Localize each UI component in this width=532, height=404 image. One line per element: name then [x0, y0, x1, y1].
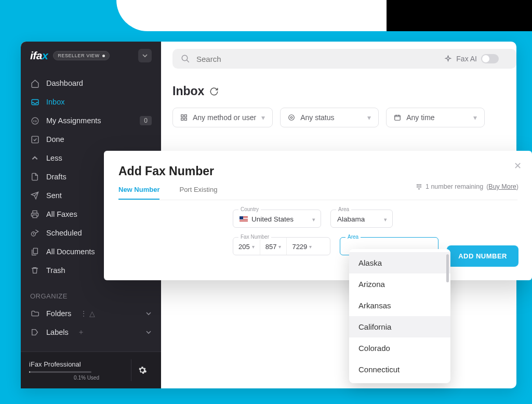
- plus-icon[interactable]: ＋: [77, 328, 85, 337]
- chevron-down-icon: ▾: [473, 113, 477, 122]
- sidebar-item-dashboard[interactable]: Dashboard: [21, 74, 161, 93]
- svg-rect-3: [32, 136, 38, 143]
- chevron-down-icon: [145, 310, 152, 317]
- svg-point-21: [419, 188, 420, 189]
- add-fax-modal: ✕ Add Fax Number 1 number remaining (Buy…: [104, 151, 532, 280]
- page-title: Inbox: [172, 84, 516, 98]
- usage-bar: [29, 371, 91, 373]
- plan-info: iFax Professional 0.1% Used: [29, 360, 131, 381]
- area-option[interactable]: Arizona: [349, 273, 450, 295]
- us-flag-icon: [240, 216, 248, 222]
- filter-status[interactable]: Any status ▾: [280, 108, 379, 127]
- svg-rect-8: [181, 115, 183, 117]
- area-select[interactable]: Area Alabama ▾: [330, 210, 393, 228]
- tab-port-existing[interactable]: Port Existing: [179, 186, 217, 200]
- area-option[interactable]: Connecticut: [349, 359, 450, 380]
- buy-more-link[interactable]: Buy More: [488, 183, 516, 190]
- sidebar-item-label: All Documents: [46, 247, 95, 256]
- count-badge: 0: [140, 116, 152, 125]
- svg-point-17: [420, 184, 421, 185]
- chevron-down-icon: ▾: [312, 216, 315, 223]
- filter-label: Any method or user: [193, 113, 256, 122]
- svg-point-15: [417, 184, 418, 185]
- svg-rect-9: [184, 115, 187, 117]
- chevron-down-icon: ▾: [261, 113, 265, 122]
- fax-ai-toggle[interactable]: Fax AI: [444, 54, 508, 63]
- filter-row: Any method or user ▾ Any status ▾ Any ti…: [172, 108, 516, 127]
- reseller-badge[interactable]: RESELLER VIEW: [53, 51, 109, 60]
- sidebar-item-label: All Faxes: [46, 210, 77, 218]
- fax-seg-3[interactable]: 7229▾: [287, 238, 317, 255]
- settings-button[interactable]: [131, 359, 153, 381]
- sidebar-header: ifax RESELLER VIEW: [21, 42, 161, 70]
- sidebar-item-done[interactable]: Done: [21, 130, 161, 149]
- tab-new-number[interactable]: New Number: [118, 186, 159, 200]
- sidebar-item-label: Trash: [46, 266, 65, 275]
- svg-point-12: [289, 115, 295, 121]
- fax-seg-2[interactable]: 857▾: [260, 238, 287, 255]
- assignments-icon: KE: [30, 116, 39, 125]
- close-button[interactable]: ✕: [514, 160, 522, 172]
- toggle-switch[interactable]: [481, 54, 499, 63]
- country-select[interactable]: Country United States ▾: [233, 210, 321, 228]
- search-input[interactable]: [196, 55, 438, 63]
- organize-header: ORGANIZE: [21, 284, 161, 304]
- usage-text: 0.1% Used: [29, 375, 99, 381]
- filter-label: Any time: [406, 113, 434, 122]
- numbers-remaining: 1 number remaining (Buy More): [416, 183, 518, 190]
- filter-label: Any status: [300, 113, 334, 122]
- sidebar-item-inbox[interactable]: Inbox: [21, 93, 161, 111]
- chevron-down-icon: ▾: [384, 216, 387, 223]
- svg-rect-10: [181, 118, 183, 120]
- svg-rect-6: [33, 248, 37, 254]
- chevron-up-icon: [30, 153, 39, 163]
- sidebar-item-label: Labels: [46, 328, 69, 336]
- sidebar-collapse[interactable]: [138, 49, 152, 62]
- field-label: Country: [238, 206, 261, 212]
- fax-number-field[interactable]: Fax Number 205▾ 857▾ 7229▾: [233, 237, 330, 255]
- trash-icon: [30, 266, 39, 275]
- svg-point-19: [419, 186, 420, 187]
- folder-sub-icons: ⋮ △: [80, 309, 95, 318]
- svg-point-20: [420, 186, 421, 187]
- refresh-icon[interactable]: [209, 87, 219, 96]
- field-label: Area: [336, 206, 351, 212]
- svg-point-13: [290, 116, 292, 119]
- sidebar-item-label: Folders: [46, 309, 71, 318]
- documents-icon: [30, 247, 39, 256]
- inbox-icon: [30, 97, 39, 107]
- search-box[interactable]: Fax AI: [172, 49, 516, 69]
- area-option[interactable]: California: [349, 316, 450, 337]
- plan-name: iFax Professional: [29, 360, 131, 368]
- grid-icon: [180, 114, 188, 121]
- fax-ai-label: Fax AI: [456, 55, 477, 63]
- home-icon: [30, 79, 39, 88]
- svg-point-16: [419, 184, 420, 185]
- filter-time[interactable]: Any time ▾: [386, 108, 485, 127]
- chevron-down-icon: ▾: [367, 113, 371, 122]
- fax-seg-1[interactable]: 205▾: [233, 238, 260, 255]
- sidebar-item-labels[interactable]: Labels ＋: [21, 323, 161, 342]
- svg-point-7: [182, 55, 188, 61]
- sidebar-item-label: Less: [46, 154, 62, 162]
- filter-method[interactable]: Any method or user ▾: [172, 108, 273, 127]
- folder-icon: [30, 309, 39, 318]
- area-option[interactable]: Alaska: [349, 252, 450, 273]
- area-option[interactable]: Arkansas: [349, 295, 450, 316]
- area-option[interactable]: Colorado: [349, 337, 450, 359]
- sidebar-item-assignments[interactable]: KE My Assignments 0: [21, 111, 161, 130]
- search-icon: [181, 54, 190, 63]
- document-icon: [30, 172, 39, 181]
- dialpad-icon: [416, 184, 422, 190]
- add-number-button[interactable]: ADD NUMBER: [447, 245, 518, 267]
- app-canvas: ifax RESELLER VIEW Dashboard Inbox KE My…: [21, 42, 516, 388]
- scrollbar[interactable]: [446, 254, 449, 282]
- sidebar-item-label: Dashboard: [46, 79, 83, 87]
- svg-rect-4: [33, 215, 37, 217]
- calendar-icon: [394, 114, 401, 121]
- sidebar-item-folders[interactable]: Folders ⋮ △: [21, 304, 161, 323]
- svg-rect-11: [184, 118, 187, 120]
- svg-point-18: [417, 186, 418, 187]
- top-bar: Fax AI: [172, 49, 516, 69]
- printer-icon: [30, 210, 39, 219]
